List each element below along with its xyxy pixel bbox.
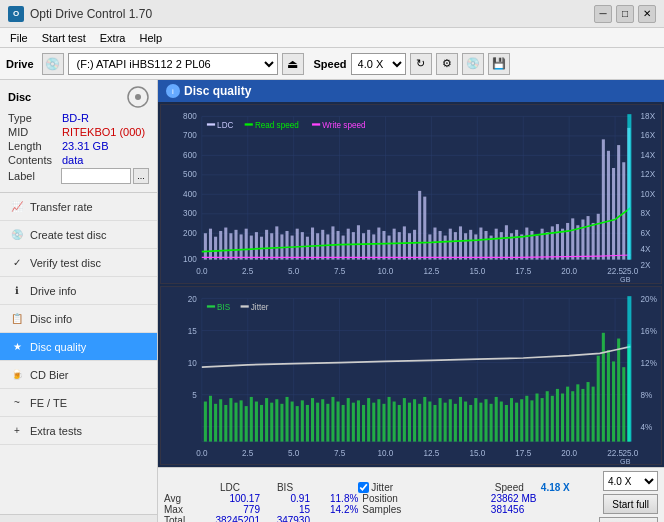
svg-text:12.5: 12.5 [423,448,439,459]
svg-rect-259 [602,332,605,441]
svg-text:5: 5 [192,389,197,400]
svg-rect-128 [597,214,600,260]
settings-button[interactable]: ⚙ [436,53,458,75]
maximize-button[interactable]: □ [616,5,634,23]
svg-rect-193 [265,398,268,442]
svg-text:Read speed: Read speed [255,119,299,130]
disc-quality-title: Disc quality [184,84,251,98]
svg-rect-67 [285,231,288,260]
sidebar-item-fe-te[interactable]: ~ FE / TE [0,389,157,417]
eject-button[interactable]: ⏏ [282,53,304,75]
sidebar-item-disc-quality[interactable]: ★ Disc quality [0,333,157,361]
svg-rect-80 [352,232,355,259]
disc-contents-row: Contents data [8,154,149,166]
disc-length-label: Length [8,140,62,152]
start-part-button[interactable]: Start part [599,517,658,522]
svg-text:300: 300 [183,208,197,219]
avg-jitter-value: 11.8% [330,493,358,504]
svg-rect-204 [321,399,324,441]
svg-text:800: 800 [183,110,197,121]
verify-test-disc-icon: ✓ [10,256,24,270]
sidebar-item-transfer-rate[interactable]: 📈 Transfer rate [0,193,157,221]
drive-selector[interactable]: (F:) ATAPI iHBS112 2 PL06 [68,53,278,75]
svg-rect-257 [592,386,595,441]
svg-text:200: 200 [183,227,197,238]
svg-rect-108 [495,229,498,260]
menu-help[interactable]: Help [133,31,168,45]
sidebar-item-drive-info[interactable]: ℹ Drive info [0,277,157,305]
svg-rect-61 [255,232,258,259]
svg-text:500: 500 [183,169,197,180]
fe-te-icon: ~ [10,396,24,410]
svg-rect-208 [342,404,345,441]
close-button[interactable]: ✕ [638,5,656,23]
svg-rect-104 [474,234,477,259]
disc-info-panel: Disc Type BD-R MID RITEKBO1 (000) Length… [0,80,157,193]
disc-button[interactable]: 💿 [462,53,484,75]
svg-rect-247 [541,398,544,442]
label-browse-button[interactable]: ... [133,168,149,184]
svg-rect-190 [250,396,253,441]
disc-contents-label: Contents [8,154,62,166]
svg-text:700: 700 [183,130,197,141]
max-jitter-value: 14.2% [330,504,358,515]
speed-select-bottom[interactable]: 4.0 X [603,471,658,491]
verify-test-disc-label: Verify test disc [30,257,101,269]
svg-rect-126 [587,216,590,260]
save-button[interactable]: 💾 [488,53,510,75]
sidebar-item-create-test-disc[interactable]: 💿 Create test disc [0,221,157,249]
svg-rect-252 [566,386,569,441]
menu-extra[interactable]: Extra [94,31,132,45]
svg-rect-198 [291,401,294,441]
svg-rect-119 [551,226,554,259]
action-panel: 4.0 X Start full Start part [599,471,658,522]
total-ldc-value: 38245201 [200,515,260,522]
minimize-button[interactable]: ─ [594,5,612,23]
svg-rect-106 [484,231,487,260]
svg-rect-121 [561,229,564,260]
bottom-chart-svg: 20 15 10 5 20% 16% 12% 8% 4% 0.0 2.5 5.0… [161,287,661,465]
svg-rect-86 [382,231,385,260]
menu-start-test[interactable]: Start test [36,31,92,45]
speed-selector[interactable]: 4.0 X [351,53,406,75]
svg-rect-127 [592,223,595,260]
samples-value: 381456 [491,504,541,515]
svg-rect-63 [265,230,268,260]
svg-rect-54 [219,231,222,260]
svg-text:BIS: BIS [217,301,230,312]
start-full-button[interactable]: Start full [603,494,658,514]
svg-rect-87 [388,236,391,260]
svg-rect-244 [525,395,528,441]
svg-rect-196 [280,403,283,441]
disc-label-row: Label ... [8,168,149,184]
svg-text:Write speed: Write speed [322,119,365,130]
sidebar-item-disc-info[interactable]: 📋 Disc info [0,305,157,333]
svg-rect-250 [556,388,559,441]
refresh-button[interactable]: ↻ [410,53,432,75]
jitter-checkbox[interactable] [358,482,369,493]
menu-file[interactable]: File [4,31,34,45]
svg-rect-59 [245,229,248,260]
disc-label-input[interactable] [61,168,131,184]
sidebar-item-cd-bier[interactable]: 🍺 CD Bier [0,361,157,389]
svg-rect-183 [214,403,217,441]
create-test-disc-label: Create test disc [30,229,106,241]
transfer-rate-icon: 📈 [10,200,24,214]
top-chart-svg: 800 700 600 500 400 300 200 100 18X 16X … [161,105,661,283]
speed-stats-value: 4.18 X [541,482,591,493]
svg-rect-98 [444,236,447,260]
main-layout: Disc Type BD-R MID RITEKBO1 (000) Length… [0,80,664,522]
svg-rect-245 [530,400,533,441]
svg-rect-262 [617,338,620,441]
svg-rect-195 [275,399,278,441]
sidebar-item-extra-tests[interactable]: + Extra tests [0,417,157,445]
svg-rect-222 [413,399,416,441]
svg-rect-231 [459,396,462,441]
disc-quality-header: i Disc quality [158,80,664,102]
sidebar-item-verify-test-disc[interactable]: ✓ Verify test disc [0,249,157,277]
create-test-disc-icon: 💿 [10,228,24,242]
svg-rect-200 [301,400,304,441]
svg-rect-201 [306,404,309,441]
status-window-button[interactable]: Status window > > [0,514,157,522]
svg-rect-89 [398,232,401,259]
